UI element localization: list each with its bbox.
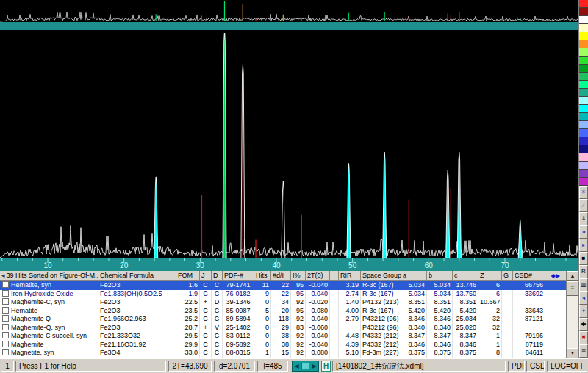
palette-color-swatch[interactable] <box>579 97 588 105</box>
palette-color-swatch[interactable] <box>579 73 588 81</box>
table-row[interactable]: Maghemite-C, synFe2O322.5+D39-134603492-… <box>0 298 578 307</box>
overview-strip[interactable] <box>0 0 578 30</box>
header-cell[interactable]: ◂39 Hits Sorted on Figure-Of-M... <box>0 271 98 280</box>
palette-color-swatch[interactable] <box>579 81 588 89</box>
table-row[interactable]: Iron Hydroxide OxideFe1.833(OH)0.5O2.51.… <box>0 290 578 299</box>
row-checkbox[interactable] <box>2 281 9 288</box>
table-cell: 8 <box>478 349 502 358</box>
header-cell[interactable]: Z <box>478 271 502 280</box>
header-cell[interactable]: c <box>453 271 478 280</box>
nav-slider[interactable] <box>301 363 309 369</box>
column-scroll-icons[interactable]: ◆▶ <box>545 271 566 280</box>
scrollbar-thumb[interactable]: ≡ <box>567 281 578 296</box>
crosshair-icon[interactable]: ✚ <box>579 318 588 331</box>
header-cell[interactable]: b <box>427 271 453 280</box>
stop-icon[interactable]: ■ <box>579 252 588 265</box>
row-checkbox[interactable] <box>2 298 9 305</box>
palette-color-swatch[interactable] <box>579 0 588 8</box>
header-cell[interactable]: Hits <box>254 271 271 280</box>
row-checkbox[interactable] <box>2 307 9 314</box>
palette-color-swatch[interactable] <box>579 40 588 48</box>
row-checkbox[interactable] <box>2 349 9 355</box>
table-row[interactable]: Magnetite, synFe3O433.0CC88-0315115920.0… <box>0 349 578 358</box>
palette-color-swatch[interactable] <box>579 178 588 186</box>
palette-color-swatch[interactable] <box>579 121 588 129</box>
palette-color-swatch[interactable] <box>579 153 588 162</box>
table-row[interactable]: Maghemite C subcell, synFe21.333O3229.5C… <box>0 332 578 341</box>
table-scrollbar[interactable]: ▲ ≡ ▼ <box>566 271 578 358</box>
row-checkbox[interactable] <box>2 290 9 297</box>
header-cell[interactable]: Chemical Formula <box>98 271 176 280</box>
table-row[interactable]: Hematite, synFe2O31.6CC79-1741112295-0.0… <box>0 281 578 290</box>
log-toggle-button[interactable]: LOG=OFF <box>547 361 587 372</box>
scroll-up-button[interactable]: ▲ <box>567 271 578 281</box>
row-checkbox[interactable] <box>2 324 9 330</box>
hits-table[interactable]: ◂39 Hits Sorted on Figure-Of-M...Chemica… <box>0 271 578 358</box>
arrow-left-icon[interactable]: ◂ <box>579 225 588 239</box>
table-cell: P4132 (213) <box>361 298 401 307</box>
grid-icon[interactable]: ▥ <box>579 278 588 291</box>
header-cell[interactable]: CSD# <box>513 271 545 280</box>
table-row[interactable]: MaghemiteFe21.16O31.9229.9CC89-589203892… <box>0 341 578 350</box>
row-checkbox[interactable] <box>2 315 9 322</box>
header-cell[interactable]: J <box>200 271 212 280</box>
table-cell: R-3c (167) <box>361 290 401 299</box>
table-cell: 1.40 <box>339 298 361 307</box>
header-cell[interactable]: D <box>212 271 223 280</box>
list-icon[interactable]: ≣ <box>579 344 588 358</box>
palette-color-swatch[interactable] <box>579 162 588 170</box>
header-cell[interactable]: FOM <box>176 271 200 280</box>
star-icon[interactable]: ✳ <box>579 186 588 199</box>
header-cell[interactable]: Space Group <box>361 271 401 280</box>
arrow-left-icon[interactable]: ◂ <box>579 291 588 305</box>
scroll-down-button[interactable]: ▼ <box>567 348 578 358</box>
table-row[interactable]: Maghemite QFe1.966O2.96325.2CC89-5894011… <box>0 315 578 324</box>
header-cell[interactable]: a <box>401 271 427 280</box>
table-cell: R-3c (167) <box>361 307 401 316</box>
palette-color-swatch[interactable] <box>579 145 588 153</box>
table-row[interactable]: HematiteFe2O323.5CC85-098752095-0.0804.0… <box>0 307 578 316</box>
table-cell: 28.7 <box>176 324 200 333</box>
delete-icon[interactable]: ✖ <box>579 331 588 344</box>
table-row[interactable]: Maghemite-Q, synFe2O328.7+V25-140202983-… <box>0 324 578 333</box>
palette-color-swatch[interactable] <box>579 16 588 24</box>
row-checkbox[interactable] <box>2 332 9 338</box>
table-cell <box>502 307 513 316</box>
header-cell[interactable]: I% <box>291 271 306 280</box>
header-cell[interactable] <box>330 271 339 280</box>
collapse-arrow-icon[interactable]: ◂ <box>1 272 5 279</box>
header-cell[interactable]: PDF-# <box>223 271 254 280</box>
phase-name-cell: Hematite <box>0 307 98 316</box>
highlight-toggle-button[interactable]: H <box>321 361 331 372</box>
nav-next-button[interactable]: ▶ <box>310 361 318 371</box>
palette-color-swatch[interactable] <box>579 57 588 65</box>
main-chart[interactable]: 10203040506070 <box>0 30 578 271</box>
palette-color-swatch[interactable] <box>579 48 588 57</box>
palette-color-swatch[interactable] <box>579 65 588 73</box>
palette-color-swatch[interactable] <box>579 89 588 97</box>
pencil-icon[interactable]: ∕ <box>579 199 588 212</box>
palette-color-swatch[interactable] <box>579 137 588 145</box>
row-checkbox[interactable] <box>2 341 9 347</box>
table-cell: Fe21.333O32 <box>98 332 176 341</box>
palette-color-swatch[interactable] <box>579 24 588 32</box>
palette-color-swatch[interactable] <box>579 105 588 113</box>
marker-icon[interactable]: ✦ <box>579 305 588 318</box>
palette-color-swatch[interactable] <box>579 170 588 178</box>
header-cell[interactable]: RIR <box>339 271 361 280</box>
palette-color-swatch[interactable] <box>579 32 588 40</box>
palette-color-swatch[interactable] <box>579 113 588 121</box>
nav-prev-button[interactable]: ◀ <box>293 361 301 371</box>
palette-color-swatch[interactable] <box>579 129 588 137</box>
csd-button[interactable]: CSD <box>526 361 545 372</box>
header-cell[interactable]: G <box>502 271 513 280</box>
arrow-right-icon[interactable]: ▸ <box>579 239 588 252</box>
pdf-button[interactable]: PDF <box>508 361 525 372</box>
expand-vertical-icon[interactable]: ⇕ <box>579 212 588 225</box>
palette-color-swatch[interactable] <box>579 8 588 16</box>
table-cell: 13.750 <box>453 290 478 299</box>
header-cell[interactable]: #d/I <box>271 271 291 280</box>
header-cell[interactable]: 2T(0) <box>306 271 330 280</box>
report-icon[interactable]: R <box>579 265 588 278</box>
table-cell: C <box>212 349 223 358</box>
